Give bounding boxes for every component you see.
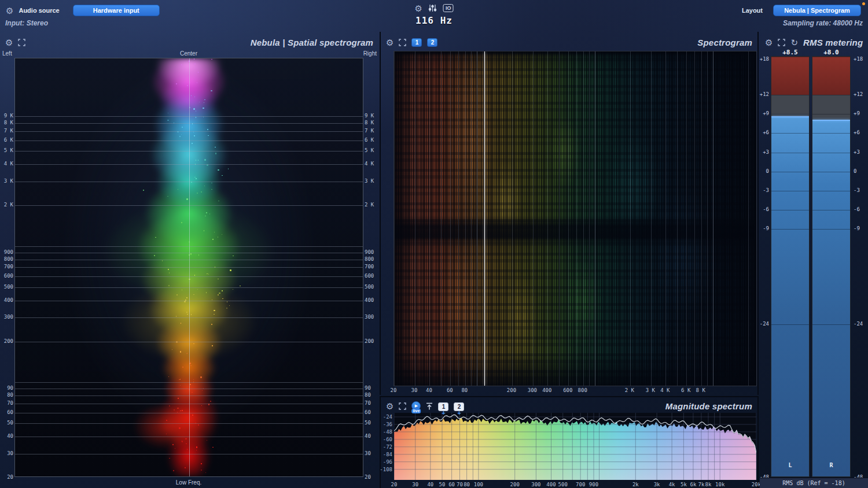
- freq-label: 4 K: [4, 161, 13, 167]
- meter-scale-label: +9: [854, 110, 860, 116]
- rms-metering-panel: ⚙ ↻ RMS metering +8.5 +8.0 +18+12+9+6+30…: [760, 32, 868, 488]
- freq-label: 800: [4, 256, 13, 262]
- view-selector-button[interactable]: Nebula | Spectrogram: [773, 5, 861, 16]
- magnitude-spectrum-plot[interactable]: [394, 413, 756, 480]
- spectrum-dot: [176, 83, 177, 84]
- meter-tick: [812, 153, 850, 153]
- x-axis-label: 8k: [705, 482, 712, 487]
- magnitude-add-1-button[interactable]: +: [442, 410, 445, 416]
- spectrum-dot: [206, 212, 207, 213]
- spatial-fullscreen-icon[interactable]: [18, 39, 25, 46]
- rms-meter-left[interactable]: [771, 56, 810, 477]
- audio-source-gear-icon[interactable]: ⚙: [6, 6, 13, 15]
- spectrum-dot: [240, 286, 241, 287]
- freq-label: 7 K: [4, 128, 13, 134]
- spectrum-dot: [219, 293, 220, 294]
- meter-tick: [771, 210, 809, 210]
- spectrum-dot: [198, 72, 199, 73]
- spectrogram-gridline: [707, 51, 708, 386]
- db-axis-label: -96: [383, 459, 392, 465]
- spectrogram-fullscreen-icon[interactable]: [399, 39, 406, 46]
- freq-label: 5 K: [4, 147, 13, 153]
- magnitude-fullscreen-icon[interactable]: [399, 402, 406, 410]
- magnitude-settings-gear-icon[interactable]: ⚙: [386, 402, 393, 411]
- frequency-cursor-line: [484, 51, 485, 386]
- spectrum-dot: [194, 135, 196, 137]
- spectrum-dot: [230, 269, 231, 271]
- meter-tick: [771, 153, 809, 153]
- app-root: ⚙ Audio source Hardware input ⚙ IO 116 H…: [0, 0, 868, 488]
- spectrum-dot: [210, 401, 211, 402]
- x-axis-label: 2k: [632, 482, 639, 487]
- meter-scale-label: +6: [763, 130, 769, 135]
- spectrogram-gridline: [465, 51, 466, 386]
- x-axis-label: 500: [558, 482, 568, 487]
- freq-label: 30: [365, 450, 371, 456]
- magnitude-add-2-button[interactable]: +: [457, 410, 461, 416]
- spectrum-dot: [173, 470, 174, 471]
- meter-over-zone: [812, 57, 850, 95]
- spectrogram-gridline: [568, 51, 569, 386]
- db-axis-label: -72: [383, 444, 392, 450]
- global-settings-gear-icon[interactable]: ⚙: [415, 4, 422, 13]
- io-icon[interactable]: IO: [443, 4, 454, 12]
- spatial-spectrogram-plot[interactable]: [14, 58, 363, 477]
- meter-scale-label: 0: [766, 168, 769, 174]
- rms-fullscreen-icon[interactable]: [778, 39, 785, 46]
- low-freq-label: Low Freq.: [176, 479, 201, 486]
- spectrum-dot: [201, 463, 202, 464]
- db-axis-label: -84: [383, 452, 392, 457]
- freq-label: 700: [4, 264, 13, 269]
- x-axis-label: 6k: [690, 482, 696, 487]
- spectrum-dot: [218, 279, 219, 280]
- spectrogram-gridline: [589, 51, 590, 386]
- meter-peak-line: [771, 116, 809, 117]
- hardware-input-button[interactable]: Hardware input: [73, 5, 160, 16]
- x-axis-label: 900: [589, 482, 598, 487]
- rms-meter-right[interactable]: [812, 56, 851, 477]
- spectrum-dot: [212, 345, 213, 346]
- layout-button[interactable]: Layout: [742, 7, 763, 14]
- spectrum-dot: [172, 444, 174, 445]
- spectrogram-plot[interactable]: [393, 51, 757, 386]
- x-axis-label: 4 K: [660, 387, 670, 393]
- spectrum-dot: [179, 136, 181, 137]
- x-axis-label: 30: [411, 387, 417, 393]
- meter-scale-label: -24: [760, 321, 769, 327]
- peak-hold-icon[interactable]: [426, 402, 433, 410]
- spectrum-dot: [207, 273, 208, 275]
- spectrum-dot: [186, 443, 187, 445]
- magnitude-panel-title: Magnitude spectrum: [665, 401, 752, 411]
- rms-footer-label: RMS dB (Ref = -18): [760, 478, 868, 488]
- meter-scale-label: +9: [763, 110, 769, 116]
- meter-scale-label: +18: [854, 56, 863, 62]
- x-axis-label: 50: [439, 482, 446, 487]
- x-axis-label: 7k: [698, 482, 704, 487]
- spectrogram-channel-1-button[interactable]: 1: [411, 38, 422, 47]
- spectrogram-channel-2-button[interactable]: 2: [427, 38, 437, 47]
- spectrogram-gridline: [748, 51, 749, 386]
- x-axis-label: 60: [447, 387, 453, 393]
- spectrum-dot: [190, 253, 192, 254]
- rms-scale-right: +18+12+9+6+30-3-6-9-24-48: [853, 56, 868, 477]
- x-axis-label: 3k: [654, 482, 660, 487]
- x-axis-label: 700: [576, 482, 585, 487]
- sliders-icon[interactable]: [429, 4, 437, 12]
- meter-peak-line: [812, 120, 850, 121]
- meter-tick: [771, 95, 809, 95]
- rms-reset-refresh-icon[interactable]: ↻: [790, 38, 798, 47]
- freq-label: 8 K: [365, 120, 374, 125]
- freq-label: 300: [4, 314, 13, 320]
- rms-value-readouts: +8.5 +8.0: [760, 49, 868, 56]
- x-axis-label: 5k: [681, 482, 687, 487]
- freq-label: 300: [365, 314, 374, 320]
- spectrogram-gridline: [512, 51, 513, 386]
- rms-settings-gear-icon[interactable]: ⚙: [765, 38, 773, 47]
- x-axis-label: 80: [464, 482, 470, 487]
- db-axis-label: -60: [383, 437, 392, 442]
- freq-label: 80: [365, 392, 371, 398]
- spectrum-dot: [207, 129, 208, 130]
- spatial-settings-gear-icon[interactable]: ⚙: [5, 38, 13, 47]
- spectrogram-settings-gear-icon[interactable]: ⚙: [386, 38, 393, 47]
- magnitude-channel-1-control: 1 +: [438, 401, 448, 411]
